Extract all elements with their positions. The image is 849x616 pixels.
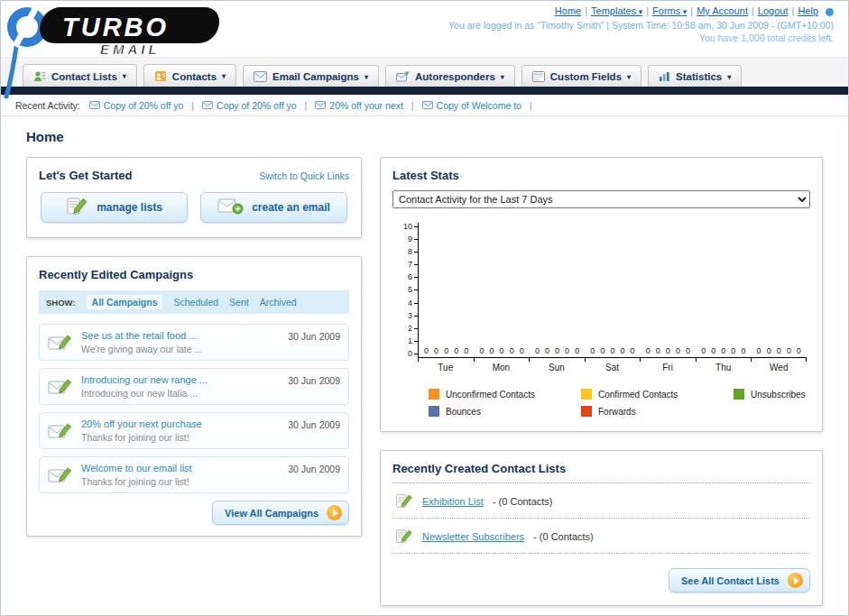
- top-link-templates[interactable]: Templates ▾: [591, 5, 642, 16]
- y-axis-label: 3: [408, 312, 418, 320]
- campaign-title-link[interactable]: Introducing our new range ...: [81, 374, 281, 385]
- tab-label: Contacts: [172, 71, 217, 82]
- right-column: Latest Stats Contact Activity for the La…: [380, 157, 823, 616]
- button-label: See All Contact Lists: [681, 575, 780, 586]
- envelope-icon: [202, 100, 213, 111]
- y-axis-label: 2: [408, 325, 418, 333]
- contact-activity-chart: 109876543210 000000000000000000000000000…: [396, 223, 807, 372]
- nav-separator: |: [752, 5, 754, 16]
- chart-value-label: 0: [610, 346, 614, 355]
- chevron-down-icon: ▾: [365, 73, 368, 81]
- campaign-texts: Introducing our new range ...Introducing…: [81, 374, 281, 399]
- legend-swatch: [429, 389, 439, 400]
- envelope-icon: [422, 100, 433, 111]
- nav-separator: |: [646, 5, 649, 16]
- svg-text:TURBO: TURBO: [62, 13, 169, 41]
- tab-label: Autoresponders: [415, 71, 495, 82]
- tab-label: Contact Lists: [51, 71, 117, 82]
- campaign-date: 30 Jun 2009: [288, 464, 340, 474]
- chart-legend: Unconfirmed ContactsConfirmed ContactsUn…: [429, 389, 810, 417]
- campaign-date: 30 Jun 2009: [288, 331, 340, 342]
- recent-activity-item[interactable]: Copy of 20% off yo: [89, 100, 184, 111]
- recently-created-contact-lists-panel: Recently Created Contact Lists Exhibitio…: [380, 450, 823, 606]
- button-label: create an email: [252, 201, 330, 214]
- view-all-campaigns-button[interactable]: View All Campaigns: [212, 501, 349, 525]
- envelope-plus-icon: [217, 197, 244, 218]
- tab-email-campaigns[interactable]: Email Campaigns▾: [243, 65, 379, 87]
- chart-value-label: 0: [701, 346, 706, 355]
- chart-value-label: 0: [731, 346, 735, 355]
- envelope-pencil-icon: [48, 377, 72, 397]
- chevron-down-icon: ▾: [680, 7, 687, 16]
- campaign-row[interactable]: See us at the retail food ...We're givin…: [39, 324, 349, 361]
- filter-sent[interactable]: Sent: [229, 297, 249, 308]
- chart-value-label: 0: [565, 346, 569, 355]
- envelope-icon: [315, 100, 326, 111]
- manage-lists-button[interactable]: manage lists: [41, 192, 188, 223]
- chart-value-label: 0: [631, 346, 635, 355]
- filter-all-campaigns[interactable]: All Campaigns: [87, 295, 163, 309]
- legend-item: Forwards: [581, 406, 730, 417]
- tab-statistics[interactable]: Statistics▾: [648, 65, 742, 87]
- chart-value-group: 00000: [752, 346, 807, 355]
- recent-activity-item[interactable]: Copy of Welcome to: [422, 100, 521, 111]
- create-an-email-button[interactable]: create an email: [200, 192, 347, 223]
- campaign-title-link[interactable]: See us at the retail food ...: [81, 330, 281, 341]
- chart-value-group: 00000: [474, 346, 529, 355]
- chevron-down-icon: ▾: [636, 7, 642, 16]
- legend-swatch: [429, 406, 439, 417]
- chevron-down-icon: ▾: [123, 72, 126, 80]
- campaign-list: See us at the retail food ...We're givin…: [39, 324, 349, 493]
- recently-edited-campaigns-panel: Recently Edited Campaigns SHOW: All Camp…: [26, 256, 362, 537]
- y-axis-label: 7: [408, 261, 418, 269]
- tab-autoresponders[interactable]: Autoresponders▾: [385, 65, 515, 87]
- chart-value-label: 0: [434, 346, 438, 355]
- top-link-home[interactable]: Home: [555, 5, 581, 16]
- see-all-contact-lists-button[interactable]: See All Contact Lists: [669, 568, 810, 593]
- credits-info: You have 1,000 total credits left.: [448, 32, 834, 43]
- tab-label: Email Campaigns: [272, 71, 359, 82]
- top-link-logout[interactable]: Logout: [758, 5, 789, 16]
- campaigns-panel-title: Recently Edited Campaigns: [39, 268, 349, 281]
- campaign-date: 30 Jun 2009: [288, 375, 340, 386]
- top-link-my-account[interactable]: My Account: [697, 5, 748, 16]
- app-window: TURBO EMAIL Home|Templates ▾|Forms ▾|My …: [0, 0, 849, 616]
- legend-swatch: [734, 389, 744, 400]
- tab-custom-fields[interactable]: Custom Fields▾: [521, 65, 641, 87]
- top-link-forms[interactable]: Forms ▾: [652, 5, 687, 16]
- legend-label: Forwards: [598, 407, 636, 417]
- legend-swatch: [581, 389, 592, 400]
- latest-stats-title: Latest Stats: [392, 169, 810, 182]
- top-link-help[interactable]: Help: [798, 5, 818, 16]
- stats-range-select[interactable]: Contact Activity for the Last 7 Days: [392, 190, 810, 208]
- activity-separator: |: [305, 100, 308, 111]
- tab-contact-lists[interactable]: Contact Lists▾: [23, 64, 137, 87]
- recent-activity-item[interactable]: Copy of 20% off yo: [202, 100, 297, 111]
- campaign-texts: Welcome to our email listThanks for join…: [81, 463, 281, 487]
- campaign-row[interactable]: Welcome to our email listThanks for join…: [39, 456, 349, 493]
- switch-quick-links-link[interactable]: Switch to Quick Links: [259, 170, 349, 181]
- legend-label: Confirmed Contacts: [598, 390, 678, 400]
- chart-value-label: 0: [666, 346, 670, 355]
- campaign-row[interactable]: Introducing our new range ...Introducing…: [39, 368, 349, 405]
- activity-separator: |: [530, 100, 532, 111]
- campaign-title-link[interactable]: Welcome to our email list: [81, 463, 281, 473]
- envelope-icon: [89, 100, 100, 111]
- get-started-buttons: manage listscreate an email: [39, 192, 349, 226]
- get-started-panel: Let's Get Started Switch to Quick Links …: [26, 157, 362, 238]
- x-axis-label: Fri: [640, 358, 696, 372]
- legend-label: Unconfirmed Contacts: [446, 390, 535, 400]
- contact-list-link[interactable]: Exhibition List: [422, 496, 484, 507]
- svg-text:EMAIL: EMAIL: [100, 41, 161, 57]
- tab-contacts[interactable]: Contacts▾: [143, 64, 236, 87]
- filter-scheduled[interactable]: Scheduled: [173, 297, 218, 308]
- campaign-row[interactable]: 20% off your next purchaseThanks for joi…: [39, 412, 349, 449]
- chart-value-label: 0: [676, 346, 680, 355]
- x-axis-label: Thu: [696, 358, 752, 372]
- contact-list-link[interactable]: Newsletter Subscribers: [422, 531, 524, 542]
- page-title: Home: [26, 129, 823, 144]
- campaign-subtitle: We're giving away our late ...: [81, 344, 281, 354]
- campaign-title-link[interactable]: 20% off your next purchase: [81, 418, 281, 429]
- filter-archived[interactable]: Archived: [260, 297, 297, 308]
- recent-activity-item[interactable]: 20% off your next: [315, 100, 403, 111]
